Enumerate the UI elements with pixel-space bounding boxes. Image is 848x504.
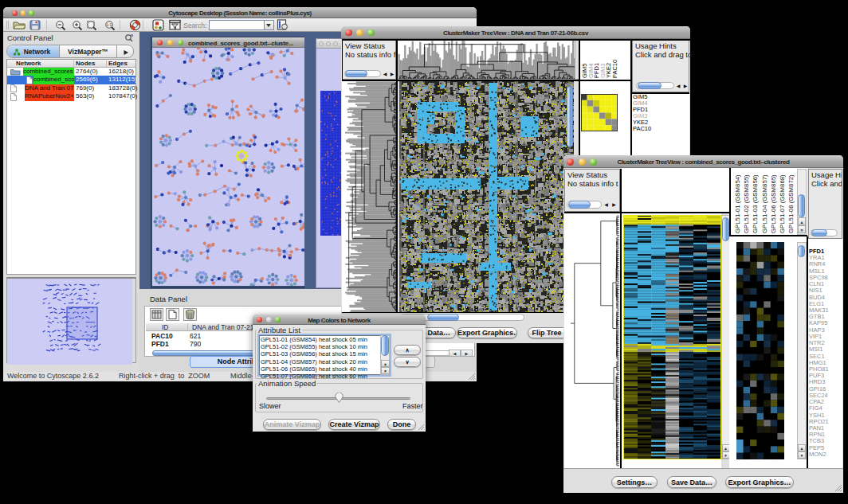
svg-text:1:1: 1:1 [107,23,112,27]
